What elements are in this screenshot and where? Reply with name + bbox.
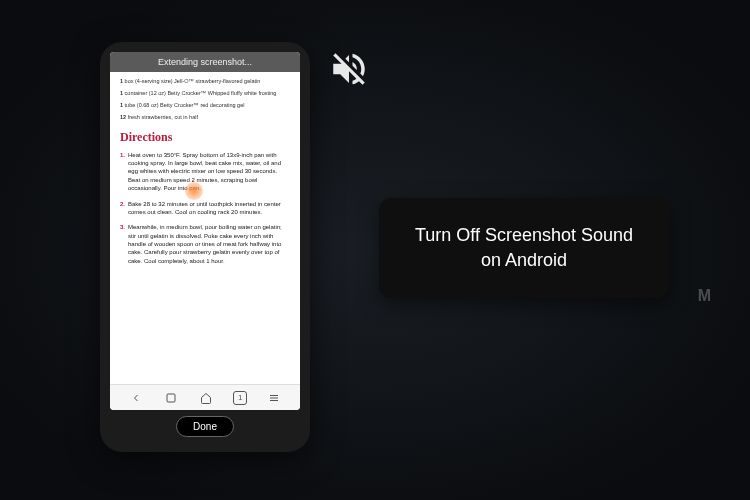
step-number: 2.	[120, 200, 125, 217]
directions-heading: Directions	[120, 130, 290, 145]
step-text: Bake 28 to 32 minutes or until toothpick…	[128, 200, 290, 217]
menu-icon[interactable]	[266, 390, 282, 406]
home-icon[interactable]	[198, 390, 214, 406]
ingredient-item: 12 fresh strawberries, cut in half	[120, 114, 290, 121]
ingredient-item: 1 box (4-serving size) Jell-O™ strawberr…	[120, 78, 290, 85]
phone-screen: Extending screenshot... 1 box (4-serving…	[110, 52, 300, 410]
title-tooltip: Turn Off Screenshot Sound on Android	[379, 198, 669, 298]
volume-muted-icon	[328, 48, 370, 90]
tabs-icon[interactable]	[163, 390, 179, 406]
ingredient-item: 1 container (12 oz) Betty Crocker™ Whipp…	[120, 90, 290, 97]
screenshot-status-bar: Extending screenshot...	[110, 52, 300, 72]
direction-step: 3. Meanwhile, in medium bowl, pour boili…	[120, 223, 290, 265]
phone-frame: Extending screenshot... 1 box (4-serving…	[100, 42, 310, 452]
direction-step: 2. Bake 28 to 32 minutes or until toothp…	[120, 200, 290, 217]
step-number: 1.	[120, 151, 125, 193]
brand-watermark: M	[698, 287, 710, 305]
browser-navbar: 1	[110, 384, 300, 410]
step-number: 3.	[120, 223, 125, 265]
direction-step: 1. Heat oven to 350°F. Spray bottom of 1…	[120, 151, 290, 193]
tooltip-text: Turn Off Screenshot Sound on Android	[403, 223, 645, 273]
step-text: Heat oven to 350°F. Spray bottom of 13x9…	[128, 151, 290, 193]
done-row: Done	[110, 410, 300, 442]
step-text: Meanwhile, in medium bowl, pour boiling …	[128, 223, 290, 265]
svg-rect-0	[167, 394, 175, 402]
tabs-count[interactable]: 1	[233, 391, 247, 405]
recipe-content: 1 box (4-serving size) Jell-O™ strawberr…	[110, 72, 300, 384]
ingredient-item: 1 tube (0.68 oz) Betty Crocker™ red deco…	[120, 102, 290, 109]
done-button[interactable]: Done	[176, 416, 234, 437]
back-icon[interactable]	[128, 390, 144, 406]
